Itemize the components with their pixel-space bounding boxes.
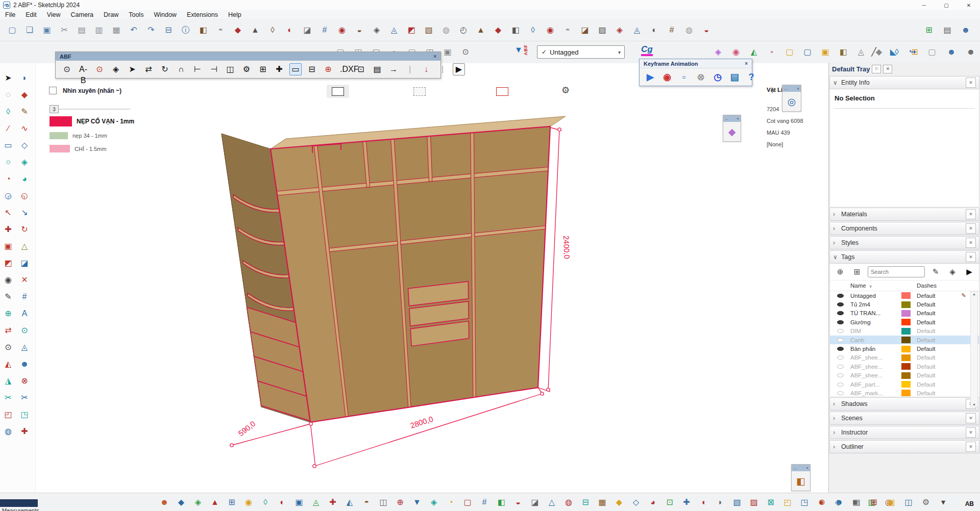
abf-tool-icon[interactable]: ↓ [420, 63, 432, 75]
tool-icon[interactable]: ◗ [18, 72, 31, 84]
tool-icon[interactable]: ∕ [2, 122, 14, 135]
tool-icon[interactable]: ◰ [2, 408, 14, 421]
toolbar-icon[interactable]: ☻ [960, 24, 972, 36]
tag-dashes[interactable]: Default [917, 354, 957, 361]
toolbar-icon[interactable]: ▲ [249, 24, 261, 36]
tag-tool-icon[interactable]: ⊞ [851, 266, 863, 278]
tag-dashes[interactable]: Default [917, 364, 957, 370]
toolbar-icon[interactable]: ◓ [561, 24, 574, 36]
tool-icon[interactable]: ✎ [2, 291, 14, 303]
keyframe-tool-icon[interactable]: ◉ [661, 71, 673, 83]
close-icon[interactable]: ✕ [966, 442, 976, 452]
section-shadows[interactable]: › Shadows ✕ [829, 397, 979, 411]
toolbar-icon[interactable]: ◉ [242, 496, 255, 508]
orbit-mini-window[interactable]: ...× ◎ [782, 85, 801, 112]
toolbar-icon[interactable]: ◉ [544, 24, 556, 36]
toolbar-icon[interactable]: ◐ [648, 24, 660, 36]
toolbar-icon[interactable]: ▨ [596, 24, 608, 36]
tag-row[interactable]: TÚ TRAN... Default [830, 309, 979, 318]
toolbar-icon[interactable]: ◩ [405, 24, 418, 36]
toolbar-icon[interactable]: ◆ [492, 24, 504, 36]
toolbar-icon[interactable]: ◰ [781, 496, 794, 508]
toolbar-icon[interactable]: ☻ [833, 496, 845, 508]
tag-row[interactable]: ABF_shee... Default [830, 353, 979, 362]
orbit-icon[interactable]: ◎ [782, 92, 801, 111]
tag-row[interactable]: ABF_part... Default [830, 380, 979, 389]
toolbar-icon[interactable]: ⊞ [868, 496, 880, 508]
close-icon[interactable]: × [806, 466, 808, 470]
abf-tool-icon[interactable]: ▭ [289, 63, 302, 75]
abf-tool-icon[interactable]: ➤ [126, 63, 138, 75]
tool-icon[interactable]: ◶ [2, 190, 14, 202]
eye-visibility-toggle[interactable] [837, 347, 844, 351]
toolbar-icon[interactable]: ◫ [902, 496, 915, 508]
toolbar-icon[interactable]: ▢ [783, 46, 796, 58]
keyframe-tool-icon[interactable]: ◷ [712, 71, 724, 83]
toolbar-icon[interactable]: ⊞ [923, 24, 935, 36]
tool-icon[interactable]: ✎ [18, 106, 31, 118]
toolbar-icon[interactable]: ◬ [388, 24, 400, 36]
toolbar-icon[interactable]: ◈ [428, 496, 440, 508]
toolbar-icon[interactable]: ⊙ [459, 46, 472, 58]
tool-icon[interactable]: ↻ [18, 223, 31, 236]
toolbar-icon[interactable]: ◔ [445, 496, 457, 508]
tag-tool-icon[interactable]: ⊕ [834, 266, 846, 278]
toolbar-icon[interactable]: ▤ [941, 24, 953, 36]
tool-icon[interactable]: ✂ [2, 392, 14, 404]
gear-icon[interactable]: ⚙ [561, 85, 570, 96]
pin-icon[interactable]: ⚐ [872, 65, 881, 73]
abf-tool-icon[interactable]: ▤ [371, 63, 383, 75]
toolbar-icon[interactable]: ◪ [579, 24, 591, 36]
toolbar-icon[interactable]: ◧ [837, 46, 849, 58]
tool-icon[interactable]: A [18, 308, 31, 320]
toolbar-icon[interactable]: ▨ [748, 496, 760, 508]
menu-item[interactable]: Tools [124, 11, 149, 18]
tool-icon[interactable]: # [18, 291, 31, 303]
box-mini-window[interactable]: ...× ◧ [791, 464, 811, 491]
toolbar-icon[interactable]: ▣ [293, 496, 305, 508]
thickness-slider[interactable]: 3 [50, 105, 130, 113]
toolbar-icon[interactable]: ◈ [712, 46, 724, 58]
abf-tool-icon[interactable]: ⊙ [93, 63, 106, 75]
tag-dashes[interactable]: Default [917, 372, 957, 378]
tag-dashes[interactable]: Default [917, 328, 957, 334]
toolbar-icon[interactable]: ▪ [766, 46, 778, 58]
menu-item[interactable]: Camera [66, 11, 99, 18]
abf-tool-icon[interactable]: ⊕ [322, 63, 334, 75]
tool-icon[interactable]: ⇄ [2, 324, 14, 337]
tag-color-swatch[interactable] [901, 363, 911, 370]
abf-tool-icon[interactable]: | [436, 63, 449, 75]
tag-color-swatch[interactable] [901, 346, 911, 352]
orange-box-icon[interactable]: ◧ [792, 471, 810, 491]
tag-dashes[interactable]: Default [917, 346, 957, 352]
tool-icon[interactable]: ⊙ [18, 324, 31, 337]
toolbar-icon[interactable]: ▣ [442, 46, 454, 58]
toolbar-icon[interactable]: ✂ [58, 24, 70, 36]
toolbar-icon[interactable]: ◆ [613, 496, 625, 508]
tag-color-swatch[interactable] [901, 381, 911, 388]
tool-icon[interactable]: ⊙ [2, 341, 14, 353]
toolbar-icon[interactable]: ◆ [175, 496, 187, 508]
toolbar-icon[interactable]: ╱ [868, 46, 880, 58]
tool-icon[interactable]: ◆ [18, 89, 31, 101]
close-icon[interactable]: ✕ [966, 413, 976, 423]
keyframe-tool-icon[interactable]: ▶ [644, 71, 656, 83]
toolbar-icon[interactable]: ↪ [906, 46, 919, 58]
toolbar-icon[interactable]: # [666, 24, 678, 36]
abf-tool-icon[interactable]: ⚙ [240, 63, 253, 75]
toolbar-icon[interactable]: ▲ [209, 496, 221, 508]
tool-icon[interactable]: ✚ [18, 425, 31, 438]
toolbar-icon[interactable]: ◪ [301, 24, 313, 36]
tool-icon[interactable]: ◇ [18, 139, 31, 151]
tag-row[interactable]: Giường Default [830, 318, 979, 326]
close-icon[interactable]: ✕ [966, 427, 976, 438]
close-icon[interactable]: ✕ [966, 209, 976, 219]
toolbar-icon[interactable]: ▧ [731, 496, 743, 508]
tag-row[interactable]: ABF_mark... Default [830, 389, 979, 397]
toolbar-icon[interactable]: △ [546, 496, 558, 508]
keyframe-titlebar[interactable]: Keyframe Animation × [640, 59, 752, 68]
eye-visibility-toggle[interactable] [837, 382, 844, 387]
toolbar-icon[interactable]: ❏ [23, 24, 36, 36]
abf-tool-icon[interactable]: ∩ [175, 63, 187, 75]
tool-icon[interactable]: ∿ [18, 122, 31, 135]
